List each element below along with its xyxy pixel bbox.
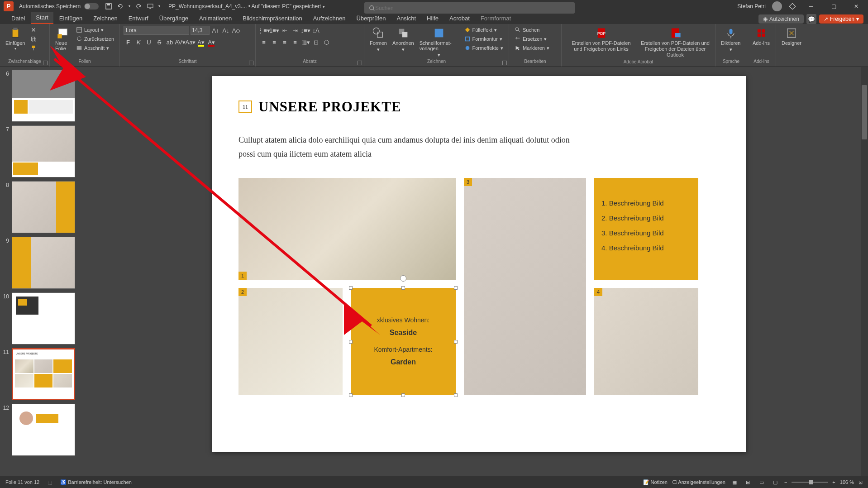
slide-thumb-10[interactable] (12, 292, 75, 344)
vertical-scrollbar[interactable] (861, 67, 868, 476)
display-settings-button[interactable]: 🖵 Anzeigeeinstellungen (672, 479, 725, 485)
zoom-level[interactable]: 106 % (840, 479, 854, 485)
slide-thumb-8[interactable] (12, 181, 75, 233)
clipboard-launcher[interactable] (43, 61, 48, 65)
undo-icon[interactable] (117, 3, 124, 10)
notes-button[interactable]: 📝 Notizen (643, 479, 668, 485)
slide-thumb-11[interactable]: UNSERE PROJEKTE (12, 348, 75, 400)
handle-ml[interactable] (349, 340, 353, 344)
copy-button[interactable] (29, 35, 38, 43)
decrease-font-button[interactable]: A↓ (221, 26, 230, 35)
tab-ansicht[interactable]: Ansicht (391, 13, 421, 24)
slide-description[interactable]: Cullupt atatem alicia dolo earchiliqui q… (238, 133, 573, 161)
language-indicator[interactable]: ⬚ (48, 479, 52, 485)
outline-button[interactable]: Formkontur ▾ (463, 35, 506, 43)
minimize-button[interactable]: ─ (803, 2, 819, 11)
textbox-content[interactable]: xklusives Wohnen: Seaside Komfort-Apartm… (374, 314, 432, 369)
save-icon[interactable] (105, 3, 112, 10)
slide-panel[interactable]: 6 7 8 9 10 11UNSERE PROJEKTE 12 (0, 67, 91, 476)
align-right-button[interactable]: ≡ (280, 38, 289, 47)
replace-button[interactable]: Ersetzen ▾ (513, 35, 551, 43)
find-button[interactable]: Suchen (513, 26, 551, 34)
strikethrough-button[interactable]: S (155, 38, 164, 47)
handle-mr[interactable] (454, 340, 458, 344)
slide-thumb-9[interactable] (12, 237, 75, 289)
tab-zeichnen[interactable]: Zeichnen (88, 13, 122, 24)
project-image-2[interactable]: 2 (238, 288, 343, 395)
increase-indent-button[interactable]: ⇥ (291, 26, 300, 35)
handle-tr[interactable] (454, 286, 458, 290)
columns-button[interactable]: ▥▾ (301, 38, 310, 47)
fit-view-button[interactable]: ⊡ (858, 479, 863, 485)
zoom-slider[interactable] (792, 482, 828, 483)
slide-thumb-7[interactable] (12, 125, 75, 177)
canvas-area[interactable]: 11 UNSERE PROJEKTE Cullupt atatem alicia… (91, 67, 868, 476)
tab-bildschirm[interactable]: Bildschirmpräsentation (238, 13, 307, 24)
format-painter-button[interactable] (29, 44, 38, 52)
clear-format-button[interactable]: A◇ (232, 26, 241, 35)
highlight-button[interactable]: A▾ (196, 38, 205, 47)
undo-dropdown[interactable]: ▾ (129, 4, 130, 8)
section-button[interactable]: Abschnitt ▾ (74, 44, 116, 52)
decrease-indent-button[interactable]: ⇤ (280, 26, 289, 35)
record-button[interactable]: ◉ Aufzeichnen (758, 14, 804, 24)
align-left-button[interactable]: ≡ (259, 38, 268, 47)
effects-button[interactable]: Formeffekte ▾ (463, 44, 506, 52)
select-button[interactable]: Markieren ▾ (513, 44, 551, 52)
scroll-thumb[interactable] (862, 85, 867, 139)
tab-einfuegen[interactable]: Einfügen (54, 13, 87, 24)
share-button[interactable]: ↗ Freigeben ▾ (819, 14, 863, 24)
underline-button[interactable]: U (144, 38, 153, 47)
font-color-button[interactable]: A▾ (207, 38, 216, 47)
fill-button[interactable]: Fülleffekt ▾ (463, 26, 506, 34)
document-title[interactable]: PP_Wohnungsverkauf_A4_v3.... • Auf "dies… (168, 3, 325, 10)
bullets-button[interactable]: ⋮≡▾ (259, 26, 268, 35)
qat-dropdown[interactable]: ▾ (158, 4, 160, 8)
normal-view-button[interactable]: ▦ (730, 478, 739, 486)
pdf-share-links-button[interactable]: PDFErstellen von PDF-Dateien und Freigeb… (565, 26, 637, 53)
paragraph-launcher[interactable] (358, 61, 362, 65)
tab-acrobat[interactable]: Acrobat (444, 13, 475, 24)
layout-button[interactable]: Layout ▾ (74, 26, 116, 34)
maximize-button[interactable]: ▢ (825, 2, 842, 11)
italic-button[interactable]: K (134, 38, 143, 47)
line-spacing-button[interactable]: ↕≡▾ (301, 26, 310, 35)
align-text-button[interactable]: ⊡ (311, 38, 320, 47)
selected-textbox[interactable]: xklusives Wohnen: Seaside Komfort-Apartm… (351, 288, 456, 395)
justify-button[interactable]: ≡ (291, 38, 300, 47)
font-name-select[interactable] (124, 26, 189, 35)
increase-font-button[interactable]: A↑ (211, 26, 220, 35)
tab-datei[interactable]: Datei (6, 13, 30, 24)
tab-formformat[interactable]: Formformat (476, 13, 516, 24)
redo-icon[interactable] (135, 3, 142, 10)
slide-thumb-6[interactable] (12, 70, 75, 122)
pdf-share-outlook-button[interactable]: Erstellen von PDF-Dateien und Freigeben … (639, 26, 711, 59)
reading-view-button[interactable]: ▭ (757, 478, 766, 486)
description-box[interactable]: 1. Beschreibung Bild 2. Beschreibung Bil… (594, 178, 698, 280)
slide-thumb-12[interactable] (12, 404, 75, 456)
font-size-input[interactable] (191, 26, 210, 35)
tab-uebergaenge[interactable]: Übergänge (154, 13, 193, 24)
sorter-view-button[interactable]: ⊞ (744, 478, 753, 486)
reset-button[interactable]: Zurücksetzen (74, 35, 116, 43)
handle-tl[interactable] (349, 286, 353, 290)
paste-button[interactable]: Einfügen▾ (4, 26, 27, 52)
handle-tc[interactable] (401, 286, 405, 290)
comments-button[interactable]: 💬 (806, 14, 816, 24)
font-launcher[interactable] (249, 61, 253, 65)
tab-entwurf[interactable]: Entwurf (124, 13, 153, 24)
user-avatar[interactable] (772, 1, 782, 11)
diamond-icon[interactable] (788, 2, 796, 10)
handle-br[interactable] (454, 393, 458, 397)
project-image-3[interactable]: 3 (464, 178, 586, 395)
bold-button[interactable]: F (124, 38, 133, 47)
tab-start[interactable]: Start (31, 12, 53, 24)
tab-hilfe[interactable]: Hilfe (422, 13, 444, 24)
handle-bc[interactable] (401, 393, 405, 397)
project-image-1[interactable]: 1 (238, 178, 456, 280)
user-name[interactable]: Stefan Petri (737, 3, 766, 10)
drawing-launcher[interactable] (502, 61, 507, 65)
slideshow-view-button[interactable]: ▢ (771, 478, 780, 486)
auto-save-toggle[interactable]: Automatisches Speichern (19, 3, 99, 10)
text-direction-button[interactable]: ↕A (311, 26, 320, 35)
